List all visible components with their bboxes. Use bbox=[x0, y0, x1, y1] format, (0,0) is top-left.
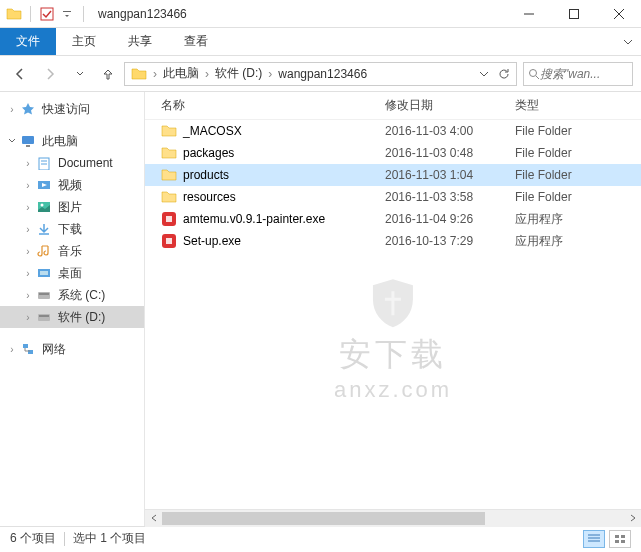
chevron-right-icon[interactable]: › bbox=[266, 67, 274, 81]
scroll-thumb[interactable] bbox=[162, 512, 485, 525]
expand-icon[interactable]: › bbox=[22, 246, 34, 257]
breadcrumb-segment[interactable]: wangpan123466 bbox=[274, 63, 371, 85]
file-type: File Folder bbox=[515, 190, 641, 204]
item-icon bbox=[36, 243, 52, 259]
svg-rect-10 bbox=[40, 271, 48, 275]
sidebar-item-label: 视频 bbox=[54, 177, 82, 194]
close-button[interactable] bbox=[596, 0, 641, 28]
address-dropdown-icon[interactable] bbox=[474, 64, 494, 84]
file-row[interactable]: packages 2016-11-03 0:48 File Folder bbox=[145, 142, 641, 164]
folder-icon bbox=[6, 6, 22, 22]
app-icon bbox=[161, 233, 177, 249]
ribbon-expand-icon[interactable] bbox=[623, 37, 633, 47]
nav-history-dropdown[interactable] bbox=[68, 62, 92, 86]
svg-rect-18 bbox=[166, 216, 172, 222]
expand-icon[interactable]: › bbox=[22, 158, 34, 169]
expand-icon[interactable]: › bbox=[22, 268, 34, 279]
file-row[interactable]: amtemu.v0.9.1-painter.exe 2016-11-04 9:2… bbox=[145, 208, 641, 230]
svg-rect-12 bbox=[39, 293, 49, 295]
nav-back-button[interactable] bbox=[8, 62, 32, 86]
file-row[interactable]: _MACOSX 2016-11-03 4:00 File Folder bbox=[145, 120, 641, 142]
svg-rect-21 bbox=[615, 535, 619, 538]
folder-icon bbox=[161, 167, 177, 183]
network-icon bbox=[20, 341, 36, 357]
file-date: 2016-11-03 4:00 bbox=[385, 124, 515, 138]
svg-rect-14 bbox=[39, 315, 49, 317]
file-row[interactable]: Set-up.exe 2016-10-13 7:29 应用程序 bbox=[145, 230, 641, 252]
sidebar-item[interactable]: › 系统 (C:) bbox=[0, 284, 144, 306]
svg-rect-23 bbox=[615, 540, 619, 543]
refresh-icon[interactable] bbox=[494, 64, 514, 84]
ribbon-tab-view[interactable]: 查看 bbox=[168, 28, 224, 55]
chevron-right-icon[interactable]: › bbox=[151, 67, 159, 81]
expand-icon[interactable]: › bbox=[22, 180, 34, 191]
sidebar-item[interactable]: › 音乐 bbox=[0, 240, 144, 262]
view-details-button[interactable] bbox=[583, 530, 605, 548]
sidebar-item-label: 系统 (C:) bbox=[54, 287, 105, 304]
search-input[interactable] bbox=[540, 67, 610, 81]
address-bar[interactable]: › 此电脑 › 软件 (D:) › wangpan123466 bbox=[124, 62, 517, 86]
expand-icon[interactable]: › bbox=[22, 290, 34, 301]
expand-icon[interactable]: › bbox=[6, 104, 18, 115]
svg-rect-1 bbox=[569, 9, 578, 18]
folder-icon bbox=[161, 123, 177, 139]
watermark: 安下载 anxz.com bbox=[334, 277, 452, 403]
column-name[interactable]: 名称 bbox=[145, 97, 385, 114]
sidebar: › 快速访问 此电脑 › Document › 视频 › 图片 › 下载 › bbox=[0, 92, 145, 526]
sidebar-item[interactable]: › 桌面 bbox=[0, 262, 144, 284]
item-icon bbox=[36, 221, 52, 237]
svg-rect-4 bbox=[26, 145, 30, 147]
sidebar-item[interactable]: › 视频 bbox=[0, 174, 144, 196]
breadcrumb-segment[interactable]: 软件 (D:) bbox=[211, 63, 266, 85]
expand-icon[interactable]: › bbox=[22, 224, 34, 235]
sidebar-item[interactable]: › Document bbox=[0, 152, 144, 174]
sidebar-item[interactable]: › 软件 (D:) bbox=[0, 306, 144, 328]
scroll-right-button[interactable] bbox=[624, 510, 641, 527]
search-box[interactable] bbox=[523, 62, 633, 86]
column-date[interactable]: 修改日期 bbox=[385, 97, 515, 114]
window-title: wangpan123466 bbox=[92, 7, 187, 21]
qat-checkbox-icon[interactable] bbox=[39, 6, 55, 22]
sidebar-this-pc[interactable]: 此电脑 bbox=[0, 130, 144, 152]
horizontal-scrollbar[interactable] bbox=[145, 509, 641, 526]
qat-dropdown-icon[interactable] bbox=[59, 6, 75, 22]
sidebar-item[interactable]: › 下载 bbox=[0, 218, 144, 240]
chevron-right-icon[interactable]: › bbox=[203, 67, 211, 81]
folder-icon bbox=[161, 145, 177, 161]
file-row[interactable]: resources 2016-11-03 3:58 File Folder bbox=[145, 186, 641, 208]
minimize-button[interactable] bbox=[506, 0, 551, 28]
file-list[interactable]: 安下载 anxz.com _MACOSX 2016-11-03 4:00 Fil… bbox=[145, 120, 641, 509]
sidebar-item[interactable]: › 图片 bbox=[0, 196, 144, 218]
view-icons-button[interactable] bbox=[609, 530, 631, 548]
maximize-button[interactable] bbox=[551, 0, 596, 28]
ribbon-tab-file[interactable]: 文件 bbox=[0, 28, 56, 55]
pc-icon bbox=[20, 133, 36, 149]
ribbon-tab-home[interactable]: 主页 bbox=[56, 28, 112, 55]
expand-icon[interactable]: › bbox=[22, 202, 34, 213]
scroll-left-button[interactable] bbox=[145, 510, 162, 527]
expand-icon[interactable]: › bbox=[6, 344, 18, 355]
status-selection: 选中 1 个项目 bbox=[73, 530, 146, 547]
item-icon bbox=[36, 155, 52, 171]
nav-up-button[interactable] bbox=[98, 64, 118, 84]
file-type: File Folder bbox=[515, 146, 641, 160]
sidebar-item-label: 图片 bbox=[54, 199, 82, 216]
collapse-icon[interactable] bbox=[6, 137, 18, 145]
breadcrumb-segment[interactable]: 此电脑 bbox=[159, 63, 203, 85]
file-name: amtemu.v0.9.1-painter.exe bbox=[183, 212, 325, 226]
file-row[interactable]: products 2016-11-03 1:04 File Folder bbox=[145, 164, 641, 186]
item-icon bbox=[36, 309, 52, 325]
svg-point-8 bbox=[41, 204, 44, 207]
file-type: File Folder bbox=[515, 124, 641, 138]
file-list-pane: 名称 修改日期 类型 安下载 anxz.com _MACOSX 2016-11-… bbox=[145, 92, 641, 526]
file-type: 应用程序 bbox=[515, 233, 641, 250]
sidebar-quick-access[interactable]: › 快速访问 bbox=[0, 98, 144, 120]
sidebar-item-label: 下载 bbox=[54, 221, 82, 238]
nav-forward-button[interactable] bbox=[38, 62, 62, 86]
column-type[interactable]: 类型 bbox=[515, 97, 641, 114]
ribbon-tab-share[interactable]: 共享 bbox=[112, 28, 168, 55]
svg-point-2 bbox=[530, 69, 537, 76]
expand-icon[interactable]: › bbox=[22, 312, 34, 323]
sidebar-network[interactable]: › 网络 bbox=[0, 338, 144, 360]
status-item-count: 6 个项目 bbox=[10, 530, 56, 547]
